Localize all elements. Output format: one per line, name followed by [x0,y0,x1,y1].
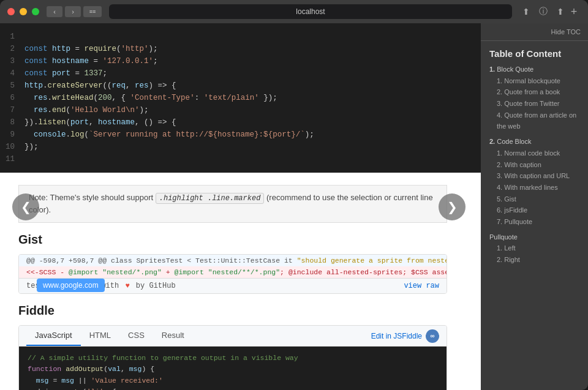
url-bar[interactable]: localhost [109,4,512,19]
fiddle-edit-link[interactable]: Edit in JSFiddle ∞ [371,329,439,343]
fiddle-code-line-3: msg = msg || 'Value received:' [28,375,438,386]
toc-panel: Hide TOC Table of Content 1. Block Quote… [481,23,588,390]
toc-subsection-pq-2[interactable]: 2. Right [489,254,579,266]
fiddle-container: JavaScript HTML CSS Result Edit in JSFid… [18,325,447,390]
nav-buttons: ‹ › [47,6,81,17]
toc-section-1-label[interactable]: Block Quote [497,66,533,73]
note-code: .highlight .line.marked [156,193,265,204]
toc-subsection-1-1[interactable]: 1. Normal blockquote [489,75,579,87]
tab-html[interactable]: HTML [81,326,119,346]
code-line-3: 3 const hostname = '127.0.0.1'; [0,55,481,67]
title-bar-actions: ⬆ ⓘ ⬆ [519,5,567,18]
edit-label: Edit in JSFiddle [371,332,422,340]
back-button[interactable]: ‹ [47,6,62,17]
tab-javascript[interactable]: JavaScript [26,326,81,346]
fiddle-code[interactable]: // A simple utility function to generate… [19,347,447,390]
note-box: Note: Theme's style should support .high… [18,185,447,223]
title-bar: ‹ › ≡≡ localhost ⬆ ⓘ ⬆ + [0,0,588,23]
toc-list: 1. Block Quote 1. Normal blockquote 2. Q… [481,64,588,277]
toc-subsection-2-2[interactable]: 2. With caption [489,159,579,171]
toc-subsection-2-5[interactable]: 5. Gist [489,193,579,205]
toc-subsection-2-1[interactable]: 1. Normal code block [489,148,579,159]
forward-button[interactable]: › [65,6,81,17]
toc-subsection-2-6[interactable]: 6. jsFiddle [489,204,579,216]
code-line-11: 11 [0,153,481,165]
toc-section-1-num: 1. [489,66,497,73]
toc-section-1: 1. Block Quote 1. Normal blockquote 2. Q… [489,64,579,132]
share-button-2[interactable]: ⬆ [554,5,567,18]
fiddle-tabs: JavaScript HTML CSS Result Edit in JSFid… [19,326,447,347]
close-button[interactable] [7,8,15,15]
fiddle-code-line-4: dojo.create('li', { [28,386,438,390]
toc-title: Table of Content [481,41,588,64]
toc-subsection-pq-1[interactable]: 1. Left [489,242,579,254]
toc-subsection-2-4[interactable]: 4. With marked lines [489,182,579,193]
fiddle-code-line-2: function addOutput(val, msg) { [28,364,438,375]
fiddle-logo-icon: ∞ [426,329,439,343]
share-button[interactable]: ⬆ [519,5,533,18]
toc-subsection-1-4[interactable]: 4. Quote from an article on the web [489,110,579,132]
diff-line-1: @@ -598,7 +598,7 @@ class SpritesTest < … [19,255,447,266]
url-text: localhost [296,7,325,16]
code-line-4: 4 const port = 1337; [0,67,481,80]
toc-header-bar: Hide TOC [481,23,588,41]
traffic-lights [7,8,39,15]
reader-button[interactable]: ≡≡ [83,6,102,17]
heart-icon: ♥ [125,282,129,290]
gist-title: Gist [18,233,447,247]
prev-arrow[interactable]: ❮ [12,193,39,220]
code-line-1: 1 [0,31,481,43]
toc-section-2: 2. Code Block 1. Normal code block 2. Wi… [489,136,579,228]
code-line-10: 10 }); [0,141,481,153]
view-raw-link[interactable]: view raw [404,282,439,290]
code-line-9: 9 console.log(`Server running at http://… [0,129,481,141]
note-prefix: Note: Theme's style should support [29,193,153,202]
content-pane: 1 2 const http = require('http'); 3 cons… [0,23,481,390]
next-arrow[interactable]: ❯ [439,193,466,220]
code-section: 1 2 const http = require('http'); 3 cons… [0,23,481,173]
code-line-8: 8 }).listen(port, hostname, () => { [0,116,481,129]
url-tooltip: www.google.com [37,279,105,292]
toc-section-pullquote-label[interactable]: Pullquote [489,233,518,241]
toc-section-2-label[interactable]: Code Block [497,138,531,145]
tab-result[interactable]: Result [153,326,193,346]
minimize-button[interactable] [20,8,27,15]
add-tab-button[interactable]: + [567,5,581,18]
maximize-button[interactable] [32,8,39,15]
code-line-6: 6 res.writeHead(200, { 'Content-Type': '… [0,92,481,104]
info-button[interactable]: ⓘ [537,5,550,18]
toc-subsection-2-3[interactable]: 3. With caption and URL [489,170,579,182]
main-area: ❮ www.google.com 1 2 const http = requir… [0,23,588,390]
code-line-5: 5 http.createServer((req, res) => { [0,80,481,92]
toc-section-pullquote: Pullquote 1. Left 2. Right [489,231,579,266]
toc-subsection-1-3[interactable]: 3. Quote from Twitter [489,98,579,110]
tab-css[interactable]: CSS [119,326,153,346]
toc-subsection-1-2[interactable]: 2. Quote from a book [489,86,579,98]
hide-toc-button[interactable]: Hide TOC [551,28,581,36]
code-line-7: 7 res.end('Hello World\n'); [0,104,481,116]
fiddle-title: Fiddle [18,304,447,318]
toc-subsection-2-7[interactable]: 7. Pullquote [489,216,579,228]
diff-line-removed: <<-SCSS - @import "nested/*.png" + @impo… [19,266,447,278]
fiddle-code-line-1: // A simple utility function to generate… [28,353,438,364]
toc-section-2-num: 2. [489,138,497,145]
code-line-2: 2 const http = require('http'); [0,43,481,55]
